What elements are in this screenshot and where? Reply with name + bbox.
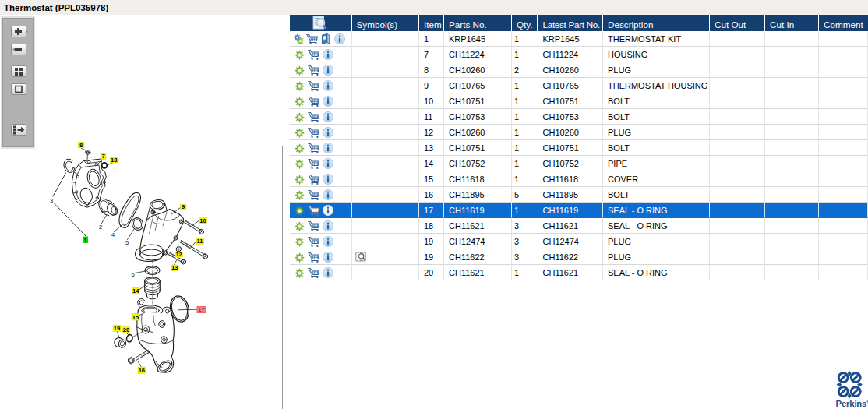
svg-text:Perkins®: Perkins®	[836, 399, 868, 408]
